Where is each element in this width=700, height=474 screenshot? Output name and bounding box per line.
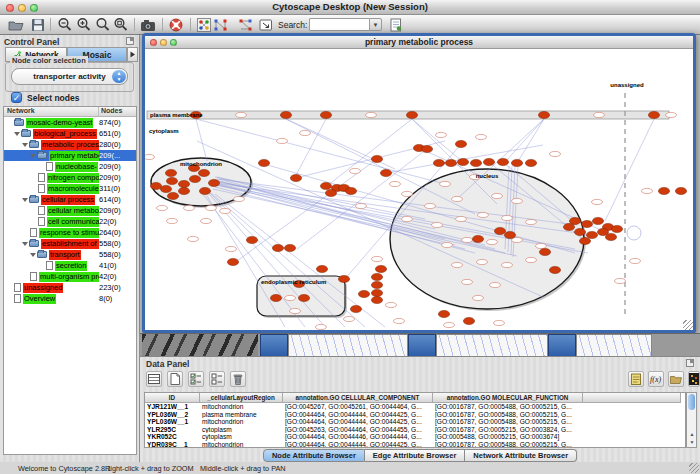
network-node[interactable] bbox=[316, 324, 327, 329]
expand-triangle-icon[interactable] bbox=[14, 132, 20, 136]
network-node[interactable] bbox=[550, 151, 561, 156]
layout-icon-1[interactable] bbox=[212, 17, 228, 33]
network-node-colored[interactable] bbox=[208, 179, 219, 186]
tree-row[interactable]: metabolic process280(0) bbox=[4, 139, 136, 150]
network-node-colored[interactable] bbox=[497, 158, 508, 165]
network-node[interactable] bbox=[206, 205, 217, 210]
tree-row[interactable]: nucleobase-209(0) bbox=[4, 161, 136, 172]
attribute-select-icon[interactable] bbox=[146, 371, 162, 387]
network-node-colored[interactable] bbox=[371, 289, 382, 296]
network-node-colored[interactable] bbox=[406, 111, 417, 118]
network-node[interactable] bbox=[234, 196, 245, 201]
select-all-attributes-icon[interactable] bbox=[188, 371, 204, 387]
network-node[interactable] bbox=[630, 258, 641, 263]
network-node[interactable] bbox=[456, 216, 467, 221]
annotation-icon[interactable] bbox=[258, 17, 274, 33]
background-window[interactable] bbox=[408, 334, 436, 356]
zoom-fit-icon[interactable] bbox=[95, 17, 111, 33]
network-node-colored[interactable] bbox=[258, 159, 269, 166]
expand-triangle-icon[interactable] bbox=[22, 198, 28, 202]
table-row[interactable]: YJR121W__1mitochondrion[GO:0045267, GO:0… bbox=[145, 403, 685, 411]
expand-triangle-icon[interactable] bbox=[22, 242, 28, 246]
network-node-colored[interactable] bbox=[320, 182, 331, 189]
network-node[interactable] bbox=[386, 302, 397, 307]
network-node-colored[interactable] bbox=[563, 223, 574, 230]
zoom-selected-icon[interactable] bbox=[113, 17, 129, 33]
table-column-header[interactable]: annotation.GO CELLULAR_COMPONENT bbox=[283, 393, 433, 403]
network-node-colored[interactable] bbox=[371, 281, 382, 288]
vizmapper-icon[interactable] bbox=[196, 17, 212, 33]
network-node[interactable] bbox=[666, 112, 677, 117]
open-session-icon[interactable] bbox=[8, 17, 24, 33]
network-node-colored[interactable] bbox=[648, 111, 659, 118]
network-node[interactable] bbox=[236, 112, 247, 117]
tree-row[interactable]: biological_process651(0) bbox=[4, 128, 136, 139]
network-node-colored[interactable] bbox=[371, 273, 382, 280]
tab-network-attribute-browser[interactable]: Network Attribute Browser bbox=[465, 449, 577, 462]
background-window[interactable] bbox=[260, 334, 288, 356]
network-node[interactable] bbox=[512, 198, 523, 203]
table-row[interactable]: YDR039C__1mitochondrion[GO:0044464, GO:0… bbox=[145, 441, 685, 448]
network-node[interactable] bbox=[462, 279, 473, 284]
network-node-colored[interactable] bbox=[504, 231, 515, 238]
background-window[interactable] bbox=[288, 334, 408, 356]
network-node[interactable] bbox=[356, 203, 367, 208]
table-column-header[interactable]: annotation.GO MOLECULAR_FUNCTION bbox=[433, 393, 583, 403]
unselect-all-attributes-icon[interactable] bbox=[209, 371, 225, 387]
network-node[interactable] bbox=[402, 191, 413, 196]
network-node-colored[interactable] bbox=[472, 235, 483, 242]
tree-row[interactable]: nitrogen compo209(0) bbox=[4, 172, 136, 183]
select-nodes-checkbox[interactable]: ✓ bbox=[11, 92, 22, 103]
network-node-colored[interactable] bbox=[316, 265, 327, 272]
network-node-colored[interactable] bbox=[494, 227, 505, 234]
network-node-colored[interactable] bbox=[198, 169, 209, 176]
network-node[interactable] bbox=[201, 218, 212, 223]
network-node[interactable] bbox=[492, 193, 503, 198]
network-node-colored[interactable] bbox=[380, 169, 391, 176]
tree-row[interactable]: multi-organism pro42(0) bbox=[4, 271, 136, 282]
table-row[interactable]: YKR052Ccytoplasm[GO:0044464, GO:0044446,… bbox=[145, 433, 685, 441]
tree-row[interactable]: Overview8(0) bbox=[4, 293, 136, 304]
import-attributes-icon[interactable] bbox=[668, 371, 684, 387]
network-node[interactable] bbox=[642, 188, 653, 193]
network-node[interactable] bbox=[526, 257, 537, 262]
network-node-colored[interactable] bbox=[165, 169, 176, 176]
tree-row[interactable]: secretion41(0) bbox=[4, 260, 136, 271]
network-canvas[interactable]: plasma membranecytoplasmmitochondrionnuc… bbox=[145, 49, 693, 330]
network-node-colored[interactable] bbox=[199, 187, 210, 194]
network-node[interactable] bbox=[592, 199, 603, 204]
network-node[interactable] bbox=[462, 237, 473, 242]
network-node-colored[interactable] bbox=[592, 217, 603, 224]
network-node-colored[interactable] bbox=[280, 111, 291, 118]
network-node[interactable] bbox=[157, 205, 168, 210]
network-node-colored[interactable] bbox=[189, 175, 200, 182]
search-dropdown-button[interactable]: ▼ bbox=[369, 18, 382, 31]
network-node[interactable] bbox=[444, 322, 455, 327]
network-node[interactable] bbox=[300, 130, 311, 135]
delete-attribute-icon[interactable] bbox=[230, 371, 246, 387]
scrollbar-thumb[interactable] bbox=[688, 394, 695, 410]
network-node[interactable] bbox=[487, 239, 498, 244]
network-node-colored[interactable] bbox=[445, 159, 456, 166]
tree-row[interactable]: response to stimulu264(0) bbox=[4, 227, 136, 238]
tree-row[interactable]: establishment of lo558(0) bbox=[4, 238, 136, 249]
network-node[interactable] bbox=[442, 242, 453, 247]
network-node-colored[interactable] bbox=[511, 159, 522, 166]
network-node-colored[interactable] bbox=[178, 187, 189, 194]
network-node[interactable] bbox=[432, 222, 443, 227]
network-node-colored[interactable] bbox=[549, 266, 560, 273]
network-node[interactable] bbox=[452, 262, 463, 267]
label-icon[interactable] bbox=[628, 371, 644, 387]
network-node-colored[interactable] bbox=[658, 187, 669, 194]
float-panel-icon[interactable] bbox=[686, 359, 694, 367]
network-node-colored[interactable] bbox=[483, 158, 494, 165]
network-node-colored[interactable] bbox=[525, 159, 536, 166]
create-attribute-icon[interactable] bbox=[167, 371, 183, 387]
network-node[interactable] bbox=[226, 246, 237, 251]
network-node[interactable] bbox=[220, 208, 231, 213]
snapshot-icon[interactable] bbox=[140, 17, 156, 33]
network-node-colored[interactable] bbox=[371, 155, 382, 162]
background-window[interactable] bbox=[142, 334, 258, 356]
network-node[interactable] bbox=[478, 212, 489, 217]
scroll-down-icon[interactable]: ▼ bbox=[688, 438, 696, 446]
